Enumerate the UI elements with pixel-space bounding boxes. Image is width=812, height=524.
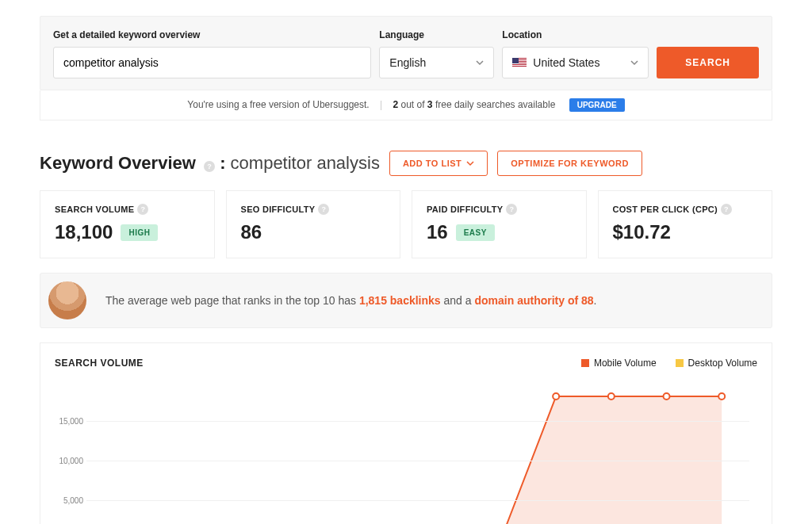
paid-value: 16 <box>427 221 448 243</box>
free-version-notice: You're using a free version of Ubersugge… <box>40 90 772 120</box>
keyword-label: Get a detailed keyword overview <box>53 29 371 40</box>
sv-label: SEARCH VOLUME <box>55 205 134 214</box>
page-title: Keyword Overview ? : competitor analysis <box>40 153 380 174</box>
language-value: English <box>389 56 426 69</box>
insight-da: domain authority of 88 <box>474 294 593 307</box>
help-icon[interactable]: ? <box>721 204 732 215</box>
search-panel: Get a detailed keyword overview Language… <box>40 16 772 90</box>
seo-value: 86 <box>241 221 262 243</box>
legend-desktop: Desktop Volume <box>676 358 757 369</box>
metric-seo-difficulty: SEO DIFFICULTY? 86 <box>226 190 401 258</box>
search-button[interactable]: SEARCH <box>657 47 759 78</box>
add-to-list-label: ADD TO LIST <box>403 159 462 168</box>
add-to-list-button[interactable]: ADD TO LIST <box>389 151 488 176</box>
svg-point-8 <box>553 393 559 400</box>
chart-title: SEARCH VOLUME <box>55 358 144 369</box>
location-select[interactable]: United States <box>502 47 649 78</box>
insight-banner: The average web page that ranks in the t… <box>40 273 772 328</box>
location-value: United States <box>533 56 599 69</box>
svg-point-9 <box>608 393 615 400</box>
insight-text: The average web page that ranks in the t… <box>105 294 596 307</box>
chevron-down-icon <box>466 159 474 167</box>
notice-suffix: free daily searches available <box>433 99 556 110</box>
metric-paid-difficulty: PAID DIFFICULTY? 16 EASY <box>412 190 587 258</box>
us-flag-icon <box>512 58 527 67</box>
location-label: Location <box>502 29 649 40</box>
y-tick-label: 15,000 <box>55 417 83 426</box>
language-label: Language <box>379 29 494 40</box>
paid-label: PAID DIFFICULTY <box>427 205 503 214</box>
notice-prefix: You're using a free version of Ubersugge… <box>187 99 369 110</box>
insight-p2: and a <box>441 294 475 307</box>
keyword-input[interactable] <box>53 47 371 78</box>
chart-svg <box>86 381 749 524</box>
upgrade-button[interactable]: UPGRADE <box>569 98 625 112</box>
title-keyword: competitor analysis <box>231 153 380 173</box>
chart-panel: SEARCH VOLUME Mobile Volume Desktop Volu… <box>40 342 772 524</box>
seo-label: SEO DIFFICULTY <box>241 205 316 214</box>
legend-desktop-label: Desktop Volume <box>688 358 757 369</box>
chevron-down-icon <box>630 59 638 67</box>
metric-search-volume: SEARCH VOLUME? 18,100 HIGH <box>40 190 215 258</box>
optimize-keyword-button[interactable]: OPTIMIZE FOR KEYWORD <box>497 151 642 176</box>
y-tick-label: 5,000 <box>55 496 83 505</box>
swatch-yellow-icon <box>676 359 684 367</box>
metric-cpc: COST PER CLICK (CPC)? $10.72 <box>598 190 773 258</box>
chart-body: 05,00010,00015,000 <box>86 381 749 524</box>
cpc-label: COST PER CLICK (CPC) <box>613 205 718 214</box>
help-icon[interactable]: ? <box>318 204 329 215</box>
help-icon[interactable]: ? <box>204 161 215 172</box>
paid-badge: EASY <box>456 224 495 241</box>
sv-value: 18,100 <box>55 221 113 243</box>
swatch-orange-icon <box>581 359 589 367</box>
notice-of: out of <box>398 99 427 110</box>
insight-p1: The average web page that ranks in the t… <box>105 294 359 307</box>
sv-badge: HIGH <box>121 224 158 241</box>
help-icon[interactable]: ? <box>506 204 517 215</box>
chart-legend: Mobile Volume Desktop Volume <box>581 358 757 369</box>
title-sep: : <box>220 153 230 173</box>
y-tick-label: 10,000 <box>55 457 83 465</box>
legend-mobile-label: Mobile Volume <box>594 358 657 369</box>
legend-mobile: Mobile Volume <box>581 358 657 369</box>
divider: | <box>380 99 382 110</box>
title-heading: Keyword Overview <box>40 153 196 173</box>
chevron-down-icon <box>476 59 484 67</box>
cpc-value: $10.72 <box>613 221 671 243</box>
help-icon[interactable]: ? <box>137 204 148 215</box>
svg-point-11 <box>718 393 725 400</box>
insight-backlinks: 1,815 backlinks <box>359 294 441 307</box>
avatar <box>48 281 86 319</box>
svg-point-10 <box>664 393 670 400</box>
language-select[interactable]: English <box>379 47 494 78</box>
searches-total: 3 <box>427 99 433 110</box>
insight-p3: . <box>594 294 597 307</box>
